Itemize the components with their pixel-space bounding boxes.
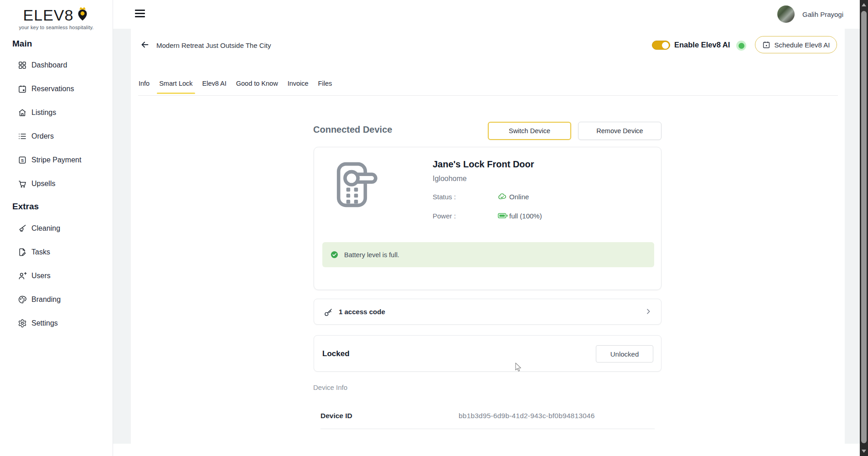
chevron-right-icon bbox=[645, 308, 652, 315]
tab-divider bbox=[138, 95, 838, 96]
sidebar-item-label: Upsells bbox=[31, 180, 55, 188]
brand-pin-icon bbox=[76, 5, 89, 25]
sidebar-item-reservations[interactable]: Reservations bbox=[0, 77, 113, 101]
sidebar-item-tasks[interactable]: Tasks bbox=[0, 240, 113, 264]
access-codes-row[interactable]: 1 access code bbox=[314, 299, 661, 325]
scrollbar-thumb[interactable] bbox=[861, 11, 867, 443]
calendar-icon bbox=[18, 84, 27, 93]
sidebar: ELEV8 your key to seamless hospitality. … bbox=[0, 0, 113, 456]
device-id-divider bbox=[320, 429, 655, 429]
sidebar-item-settings[interactable]: Settings bbox=[0, 311, 113, 335]
tab-elev8-ai[interactable]: Elev8 AI bbox=[202, 80, 227, 94]
battery-alert-text: Battery level is full. bbox=[344, 251, 399, 259]
cloud-online-icon bbox=[498, 193, 507, 200]
sidebar-item-listings[interactable]: Listings bbox=[0, 101, 113, 124]
dashboard-grid-icon bbox=[18, 61, 27, 70]
page-title: Modern Retreat Just Outside The City bbox=[156, 41, 271, 49]
home-icon bbox=[18, 108, 27, 117]
menu-hamburger-icon[interactable] bbox=[135, 10, 145, 18]
sidebar-item-cleaning[interactable]: Cleaning bbox=[0, 217, 113, 240]
switch-device-button[interactable]: Switch Device bbox=[488, 122, 571, 140]
schedule-ai-button[interactable]: Schedule Elev8 AI bbox=[755, 36, 837, 53]
broom-icon bbox=[18, 224, 27, 233]
topbar: Galih Prayogi bbox=[113, 0, 860, 29]
vertical-scrollbar[interactable] bbox=[860, 0, 868, 456]
status-label: Status : bbox=[433, 193, 456, 201]
battery-full-icon bbox=[498, 213, 508, 218]
enable-ai-toggle-label: Enable Elev8 AI bbox=[674, 41, 730, 49]
remove-device-button[interactable]: Remove Device bbox=[578, 122, 661, 140]
user-plus-icon bbox=[18, 271, 27, 280]
gear-icon bbox=[18, 319, 27, 328]
tab-smart-lock[interactable]: Smart Lock bbox=[159, 80, 192, 94]
sidebar-item-label: Reservations bbox=[31, 85, 74, 93]
sidebar-item-label: Listings bbox=[31, 109, 56, 117]
smart-lock-icon bbox=[334, 161, 377, 210]
device-id-label: Device ID bbox=[320, 412, 352, 420]
key-icon bbox=[324, 307, 333, 317]
app-window: ELEV8 your key to seamless hospitality. … bbox=[0, 0, 868, 456]
lock-state-card: Locked Unlocked bbox=[314, 335, 661, 372]
sidebar-item-users[interactable]: Users bbox=[0, 264, 113, 288]
back-button[interactable] bbox=[139, 39, 151, 51]
sidebar-item-label: Dashboard bbox=[31, 61, 67, 69]
task-pen-icon bbox=[18, 248, 27, 257]
user-name: Galih Prayogi bbox=[802, 10, 843, 18]
sidebar-item-upsells[interactable]: Upsells bbox=[0, 172, 113, 196]
tab-good-to-know[interactable]: Good to Know bbox=[236, 80, 278, 94]
connected-device-title: Connected Device bbox=[313, 124, 392, 135]
tab-bar: Info Smart Lock Elev8 AI Good to Know In… bbox=[139, 80, 332, 94]
sidebar-item-label: Tasks bbox=[31, 248, 50, 256]
palette-icon bbox=[18, 295, 27, 304]
sidebar-item-orders[interactable]: Orders bbox=[0, 124, 113, 148]
status-value: Online bbox=[509, 193, 529, 201]
sidebar-item-branding[interactable]: Branding bbox=[0, 288, 113, 311]
content-card: Modern Retreat Just Outside The City Ena… bbox=[131, 29, 845, 455]
power-value: full (100%) bbox=[509, 212, 542, 220]
check-circle-icon bbox=[331, 251, 338, 259]
sidebar-section-extras: Extras bbox=[12, 202, 39, 212]
scrollbar-down-arrow-icon[interactable] bbox=[862, 450, 866, 453]
device-id-value: bb1b3d95-6d9b-41d2-943c-bf0b94813046 bbox=[459, 412, 595, 420]
list-icon bbox=[18, 132, 27, 141]
sidebar-item-label: Stripe Payment bbox=[31, 156, 81, 164]
stripe-s-icon: S bbox=[18, 155, 27, 165]
unlocked-button[interactable]: Unlocked bbox=[596, 345, 653, 363]
device-vendor: Igloohome bbox=[433, 175, 467, 183]
access-codes-label: 1 access code bbox=[339, 308, 385, 316]
arrow-left-icon bbox=[140, 40, 150, 50]
brand-tagline: your key to seamless hospitality. bbox=[0, 25, 113, 30]
svg-text:S: S bbox=[21, 158, 24, 163]
device-info-title: Device Info bbox=[313, 383, 347, 391]
lock-state-label: Locked bbox=[322, 349, 350, 358]
cart-icon bbox=[18, 179, 27, 188]
sidebar-item-dashboard[interactable]: Dashboard bbox=[0, 53, 113, 77]
sidebar-item-label: Settings bbox=[31, 319, 58, 327]
sidebar-item-label: Cleaning bbox=[31, 224, 60, 233]
schedule-ai-button-label: Schedule Elev8 AI bbox=[775, 41, 830, 49]
device-name: Jane's Lock Front Door bbox=[433, 159, 534, 170]
power-label: Power : bbox=[433, 212, 456, 220]
battery-alert: Battery level is full. bbox=[322, 242, 654, 267]
enable-ai-toggle[interactable] bbox=[652, 41, 670, 50]
calendar-icon bbox=[762, 41, 770, 49]
sidebar-section-main: Main bbox=[12, 39, 32, 49]
brand-name: ELEV8 bbox=[23, 6, 74, 24]
device-card: Jane's Lock Front Door Igloohome Status … bbox=[314, 147, 661, 290]
sidebar-item-label: Branding bbox=[31, 295, 61, 304]
user-avatar[interactable] bbox=[777, 5, 795, 23]
sidebar-item-label: Users bbox=[31, 272, 51, 280]
brand-logo[interactable]: ELEV8 bbox=[0, 5, 113, 25]
tab-info[interactable]: Info bbox=[139, 80, 150, 94]
tab-invoice[interactable]: Invoice bbox=[288, 80, 309, 94]
scrollbar-up-arrow-icon[interactable] bbox=[862, 3, 866, 6]
ai-status-dot bbox=[736, 41, 746, 51]
sidebar-item-stripe-payment[interactable]: S Stripe Payment bbox=[0, 148, 113, 172]
tab-files[interactable]: Files bbox=[318, 80, 332, 94]
sidebar-item-label: Orders bbox=[31, 132, 54, 140]
